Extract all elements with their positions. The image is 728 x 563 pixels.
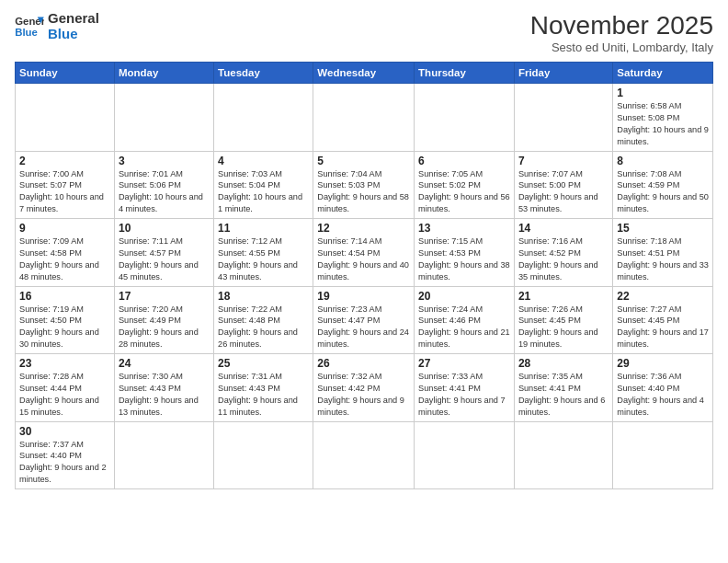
day-cell <box>514 84 612 152</box>
day-cell <box>214 421 313 489</box>
week-row-4: 23Sunrise: 7:28 AM Sunset: 4:44 PM Dayli… <box>16 354 713 422</box>
day-cell <box>415 421 515 489</box>
day-info: Sunrise: 7:14 AM Sunset: 4:54 PM Dayligh… <box>317 236 410 283</box>
day-number: 5 <box>317 155 410 167</box>
day-info: Sunrise: 7:28 AM Sunset: 4:44 PM Dayligh… <box>19 371 110 419</box>
col-monday: Monday <box>114 63 213 84</box>
day-number: 15 <box>617 222 709 235</box>
day-info: Sunrise: 7:31 AM Sunset: 4:43 PM Dayligh… <box>218 371 309 419</box>
day-info: Sunrise: 7:33 AM Sunset: 4:41 PM Dayligh… <box>418 371 510 419</box>
day-cell: 7Sunrise: 7:07 AM Sunset: 5:00 PM Daylig… <box>514 151 612 219</box>
day-number: 27 <box>418 357 510 370</box>
svg-text:Blue: Blue <box>15 26 38 37</box>
day-info: Sunrise: 7:27 AM Sunset: 4:45 PM Dayligh… <box>617 304 709 351</box>
day-cell: 29Sunrise: 7:36 AM Sunset: 4:40 PM Dayli… <box>613 354 713 422</box>
day-cell: 2Sunrise: 7:00 AM Sunset: 5:07 PM Daylig… <box>16 151 115 219</box>
week-row-5: 30Sunrise: 7:37 AM Sunset: 4:40 PM Dayli… <box>16 421 713 489</box>
header-row: Sunday Monday Tuesday Wednesday Thursday… <box>16 63 713 84</box>
day-cell: 15Sunrise: 7:18 AM Sunset: 4:51 PM Dayli… <box>613 219 713 287</box>
day-info: Sunrise: 7:19 AM Sunset: 4:50 PM Dayligh… <box>19 304 110 351</box>
logo-icon: General Blue <box>15 14 44 40</box>
day-number: 22 <box>617 290 709 303</box>
day-info: Sunrise: 7:03 AM Sunset: 5:04 PM Dayligh… <box>218 168 309 216</box>
day-cell: 3Sunrise: 7:01 AM Sunset: 5:06 PM Daylig… <box>114 151 213 219</box>
col-sunday: Sunday <box>16 63 115 84</box>
day-info: Sunrise: 7:30 AM Sunset: 4:43 PM Dayligh… <box>119 371 210 419</box>
day-info: Sunrise: 6:58 AM Sunset: 5:08 PM Dayligh… <box>617 100 709 148</box>
week-row-3: 16Sunrise: 7:19 AM Sunset: 4:50 PM Dayli… <box>16 286 713 354</box>
day-info: Sunrise: 7:36 AM Sunset: 4:40 PM Dayligh… <box>617 371 709 419</box>
day-cell: 16Sunrise: 7:19 AM Sunset: 4:50 PM Dayli… <box>16 286 115 354</box>
day-cell <box>313 421 415 489</box>
day-info: Sunrise: 7:00 AM Sunset: 5:07 PM Dayligh… <box>19 168 110 216</box>
logo-line1: General <box>48 11 99 27</box>
day-cell: 14Sunrise: 7:16 AM Sunset: 4:52 PM Dayli… <box>514 219 612 287</box>
day-info: Sunrise: 7:16 AM Sunset: 4:52 PM Dayligh… <box>518 236 609 283</box>
week-row-1: 2Sunrise: 7:00 AM Sunset: 5:07 PM Daylig… <box>16 151 713 219</box>
day-cell <box>214 84 313 152</box>
day-cell: 5Sunrise: 7:04 AM Sunset: 5:03 PM Daylig… <box>313 151 415 219</box>
day-cell: 4Sunrise: 7:03 AM Sunset: 5:04 PM Daylig… <box>214 151 313 219</box>
day-cell: 30Sunrise: 7:37 AM Sunset: 4:40 PM Dayli… <box>16 421 115 489</box>
day-number: 28 <box>518 357 609 370</box>
day-cell: 18Sunrise: 7:22 AM Sunset: 4:48 PM Dayli… <box>214 286 313 354</box>
day-number: 25 <box>218 357 309 370</box>
day-number: 23 <box>19 357 110 370</box>
day-number: 26 <box>317 357 410 370</box>
day-info: Sunrise: 7:20 AM Sunset: 4:49 PM Dayligh… <box>119 304 210 351</box>
day-cell: 13Sunrise: 7:15 AM Sunset: 4:53 PM Dayli… <box>415 219 515 287</box>
col-tuesday: Tuesday <box>214 63 313 84</box>
day-info: Sunrise: 7:26 AM Sunset: 4:45 PM Dayligh… <box>518 304 609 351</box>
day-info: Sunrise: 7:11 AM Sunset: 4:57 PM Dayligh… <box>119 236 210 283</box>
day-cell: 17Sunrise: 7:20 AM Sunset: 4:49 PM Dayli… <box>114 286 213 354</box>
day-number: 14 <box>518 222 609 235</box>
day-number: 3 <box>119 155 210 167</box>
day-cell: 26Sunrise: 7:32 AM Sunset: 4:42 PM Dayli… <box>313 354 415 422</box>
day-info: Sunrise: 7:35 AM Sunset: 4:41 PM Dayligh… <box>518 371 609 419</box>
col-wednesday: Wednesday <box>313 63 415 84</box>
day-cell: 28Sunrise: 7:35 AM Sunset: 4:41 PM Dayli… <box>514 354 612 422</box>
col-thursday: Thursday <box>415 63 515 84</box>
col-saturday: Saturday <box>613 63 713 84</box>
day-info: Sunrise: 7:23 AM Sunset: 4:47 PM Dayligh… <box>317 304 410 351</box>
day-number: 7 <box>518 155 609 167</box>
logo-line2: Blue <box>48 27 99 42</box>
day-number: 18 <box>218 290 309 303</box>
calendar-page: General Blue General Blue November 2025 … <box>0 0 728 563</box>
day-cell <box>613 421 713 489</box>
day-cell <box>114 84 213 152</box>
day-number: 24 <box>119 357 210 370</box>
week-row-0: 1Sunrise: 6:58 AM Sunset: 5:08 PM Daylig… <box>16 84 713 152</box>
day-info: Sunrise: 7:08 AM Sunset: 4:59 PM Dayligh… <box>617 168 709 216</box>
day-number: 6 <box>418 155 510 167</box>
day-cell: 9Sunrise: 7:09 AM Sunset: 4:58 PM Daylig… <box>16 219 115 287</box>
day-number: 1 <box>617 86 709 99</box>
col-friday: Friday <box>514 63 612 84</box>
day-cell <box>415 84 515 152</box>
day-cell: 10Sunrise: 7:11 AM Sunset: 4:57 PM Dayli… <box>114 219 213 287</box>
day-number: 21 <box>518 290 609 303</box>
day-cell <box>514 421 612 489</box>
day-cell: 12Sunrise: 7:14 AM Sunset: 4:54 PM Dayli… <box>313 219 415 287</box>
day-cell: 6Sunrise: 7:05 AM Sunset: 5:02 PM Daylig… <box>415 151 515 219</box>
day-cell: 1Sunrise: 6:58 AM Sunset: 5:08 PM Daylig… <box>613 84 713 152</box>
day-number: 10 <box>119 222 210 235</box>
day-number: 19 <box>317 290 410 303</box>
day-info: Sunrise: 7:37 AM Sunset: 4:40 PM Dayligh… <box>19 439 110 487</box>
day-info: Sunrise: 7:04 AM Sunset: 5:03 PM Dayligh… <box>317 168 410 216</box>
day-info: Sunrise: 7:18 AM Sunset: 4:51 PM Dayligh… <box>617 236 709 283</box>
calendar-table: Sunday Monday Tuesday Wednesday Thursday… <box>15 62 713 489</box>
day-info: Sunrise: 7:07 AM Sunset: 5:00 PM Dayligh… <box>518 168 609 216</box>
day-info: Sunrise: 7:22 AM Sunset: 4:48 PM Dayligh… <box>218 304 309 351</box>
day-info: Sunrise: 7:09 AM Sunset: 4:58 PM Dayligh… <box>19 236 110 283</box>
day-number: 4 <box>218 155 309 167</box>
day-cell: 19Sunrise: 7:23 AM Sunset: 4:47 PM Dayli… <box>313 286 415 354</box>
day-info: Sunrise: 7:15 AM Sunset: 4:53 PM Dayligh… <box>418 236 510 283</box>
day-info: Sunrise: 7:01 AM Sunset: 5:06 PM Dayligh… <box>119 168 210 216</box>
calendar-subtitle: Sesto ed Uniti, Lombardy, Italy <box>530 40 713 54</box>
day-cell: 11Sunrise: 7:12 AM Sunset: 4:55 PM Dayli… <box>214 219 313 287</box>
day-info: Sunrise: 7:12 AM Sunset: 4:55 PM Dayligh… <box>218 236 309 283</box>
day-number: 17 <box>119 290 210 303</box>
day-number: 13 <box>418 222 510 235</box>
header: General Blue General Blue November 2025 … <box>15 11 713 54</box>
